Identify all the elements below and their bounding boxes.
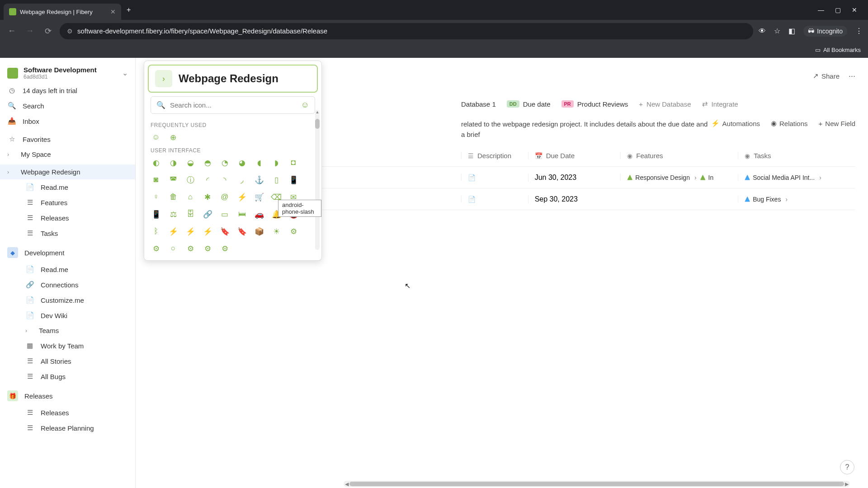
icon-option[interactable]: ⚙ (202, 243, 213, 254)
sidebar-my-space[interactable]: › My Space (0, 147, 135, 162)
browser-tab[interactable]: Webpage Redesign | Fibery ✕ (4, 4, 121, 20)
share-button[interactable]: ↗Share (813, 72, 840, 80)
sidebar-item-connections[interactable]: 🔗Connections (0, 277, 135, 292)
icon-search-box[interactable]: 🔍 ☺ (151, 96, 315, 114)
sidebar-space-development[interactable]: ◆ Development (0, 244, 135, 262)
icon-option[interactable]: ◑ (168, 157, 179, 168)
column-header-description[interactable]: ☰Description (461, 152, 528, 160)
sidebar-item-releases[interactable]: ☰Releases (0, 210, 135, 225)
feature-pill[interactable]: Responsive Design› (627, 174, 696, 181)
icon-option[interactable]: ◕ (236, 157, 247, 168)
icon-option[interactable]: ☀ (271, 226, 282, 237)
site-settings-icon[interactable]: ⚙ (67, 28, 73, 35)
new-tab-button[interactable]: + (127, 6, 131, 14)
minimize-icon[interactable]: — (818, 6, 824, 14)
sidebar-item-releases[interactable]: ☰Releases (0, 405, 135, 420)
icon-option[interactable]: ♀ (151, 192, 161, 202)
new-field-button[interactable]: +New Field (819, 120, 855, 127)
sidepanel-icon[interactable]: ◧ (788, 27, 795, 35)
icon-option[interactable]: 🔖 (219, 226, 230, 237)
bookmark-star-icon[interactable]: ☆ (774, 27, 780, 35)
icon-option[interactable]: 📱 (288, 174, 299, 185)
close-tab-icon[interactable]: ✕ (110, 8, 116, 15)
icon-option[interactable]: 🔗 (202, 209, 213, 220)
horizontal-scrollbar[interactable]: ◀ ▶ (344, 481, 850, 487)
task-pill[interactable]: Social Media API Int...› (745, 174, 821, 181)
icon-option[interactable]: ◐ (151, 157, 161, 168)
browser-menu-icon[interactable]: ⋮ (855, 27, 863, 35)
sidebar-item-customize[interactable]: 📄Customize.me (0, 292, 135, 308)
close-window-icon[interactable]: ✕ (852, 6, 857, 14)
sidebar-trial[interactable]: ◷ 14 days left in trial (0, 83, 135, 98)
icon-option[interactable]: @ (219, 192, 230, 202)
cell-features[interactable]: Responsive Design› In (620, 174, 738, 181)
new-database-button[interactable]: +New Database (639, 100, 691, 108)
icon-option[interactable]: ✱ (202, 192, 213, 202)
icon-option[interactable]: 📱 (151, 209, 161, 220)
sidebar-search[interactable]: 🔍 Search (0, 98, 135, 113)
icon-option[interactable]: ▭ (219, 209, 230, 220)
sidebar-item-readme[interactable]: 📄Read.me (0, 262, 135, 277)
tab-product-reviews[interactable]: PRProduct Reviews (561, 100, 628, 108)
automations-button[interactable]: ⚡Automations (711, 119, 760, 127)
icon-option[interactable]: ☺ (151, 132, 161, 143)
icon-option[interactable]: ⚡ (185, 226, 196, 237)
icon-option[interactable]: 🗑 (168, 192, 179, 202)
sidebar-item-all-bugs[interactable]: ☰All Bugs (0, 369, 135, 384)
cell-due-date[interactable]: Jun 30, 2023 (528, 174, 621, 182)
icon-option[interactable]: ⚙ (185, 243, 196, 254)
eye-slash-icon[interactable]: 👁 (759, 27, 766, 35)
page-menu-button[interactable]: ⋯ (849, 72, 855, 80)
icon-option[interactable]: 📦 (254, 226, 264, 237)
sidebar-item-tasks[interactable]: ☰Tasks (0, 225, 135, 241)
cell-tasks[interactable]: Bug Fixes› (738, 196, 855, 203)
feature-pill[interactable]: In (700, 174, 714, 181)
maximize-icon[interactable]: ▢ (835, 6, 841, 14)
reload-button[interactable]: ⟳ (42, 25, 54, 38)
icon-option[interactable]: ⚡ (202, 226, 213, 237)
sidebar-item-work-by-team[interactable]: ▦Work by Team (0, 338, 135, 353)
tab-database-1[interactable]: Database 1 (461, 100, 496, 108)
icon-option[interactable]: ◔ (219, 157, 230, 168)
sidebar-inbox[interactable]: 📥 Inbox (0, 113, 135, 129)
icon-option[interactable]: ◝ (219, 174, 230, 185)
scroll-right-icon[interactable]: ▶ (844, 481, 850, 487)
icon-option[interactable]: ⌂ (185, 192, 196, 202)
current-page-icon[interactable]: › (155, 70, 172, 87)
icon-option[interactable]: ◚ (168, 174, 179, 185)
icon-option[interactable]: ⚖ (168, 209, 179, 220)
sidebar-item-release-planning[interactable]: ☰Release Planning (0, 420, 135, 436)
column-header-features[interactable]: ◉Features (620, 152, 738, 160)
icon-option[interactable]: ◘ (288, 157, 299, 168)
all-bookmarks-button[interactable]: All Bookmarks (823, 47, 861, 53)
cell-tasks[interactable]: Social Media API Int...› (738, 174, 855, 181)
icon-option[interactable]: ⚙ (219, 243, 230, 254)
icon-option[interactable]: 🛏 (236, 209, 247, 220)
icon-option[interactable]: ◖ (254, 157, 264, 168)
forward-button[interactable]: → (24, 25, 36, 38)
icon-option[interactable]: ◙ (151, 174, 161, 185)
icon-option[interactable]: 🛒 (254, 192, 264, 202)
icon-option[interactable]: ⚡ (168, 226, 179, 237)
incognito-badge[interactable]: 🕶 Incognito (803, 26, 847, 37)
sidebar-space-webpage-redesign[interactable]: › Webpage Redesign (0, 164, 135, 179)
icon-search-input[interactable] (170, 101, 297, 109)
icon-option[interactable]: 🔖 (236, 226, 247, 237)
icon-option[interactable]: 🚗 (254, 209, 264, 220)
icon-option[interactable]: ⚙ (288, 226, 299, 237)
icon-option[interactable]: ⚓ (254, 174, 264, 185)
icon-option[interactable]: ◞ (236, 174, 247, 185)
relations-button[interactable]: ◉Relations (771, 119, 808, 127)
url-input[interactable]: ⚙ software-development.fibery.io/fibery/… (60, 23, 753, 39)
icon-option[interactable]: ○ (168, 243, 179, 254)
icon-option[interactable]: ◜ (202, 174, 213, 185)
icon-option[interactable]: ◗ (271, 157, 282, 168)
icon-option[interactable]: ᛒ (151, 226, 161, 237)
sidebar-item-readme[interactable]: 📄Read.me (0, 179, 135, 195)
help-button[interactable]: ? (840, 460, 854, 474)
column-header-due-date[interactable]: 📅Due Date (528, 152, 621, 160)
workspace-switcher[interactable]: Software Development 6ad8d3d1 ⌄ (0, 63, 135, 83)
cell-due-date[interactable]: Sep 30, 2023 (528, 195, 621, 203)
icon-option[interactable]: ⓘ (185, 174, 196, 185)
integrate-button[interactable]: ⇄Integrate (702, 100, 738, 108)
